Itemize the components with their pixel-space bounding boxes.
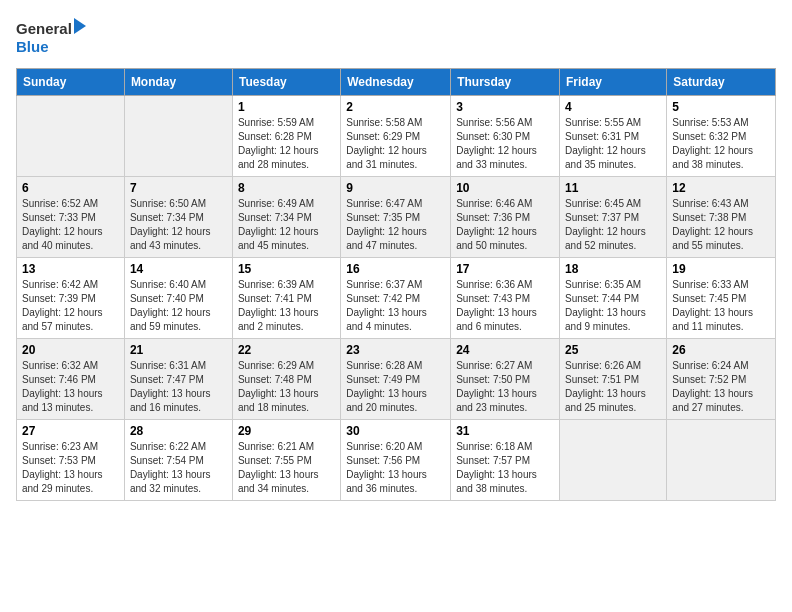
day-number: 29	[238, 424, 335, 438]
day-detail: Sunrise: 6:23 AMSunset: 7:53 PMDaylight:…	[22, 440, 119, 496]
calendar-week-row: 20Sunrise: 6:32 AMSunset: 7:46 PMDayligh…	[17, 339, 776, 420]
day-detail: Sunrise: 6:26 AMSunset: 7:51 PMDaylight:…	[565, 359, 661, 415]
day-number: 17	[456, 262, 554, 276]
day-number: 30	[346, 424, 445, 438]
calendar-cell: 25Sunrise: 6:26 AMSunset: 7:51 PMDayligh…	[560, 339, 667, 420]
day-detail: Sunrise: 6:35 AMSunset: 7:44 PMDaylight:…	[565, 278, 661, 334]
calendar-cell	[17, 96, 125, 177]
day-detail: Sunrise: 6:20 AMSunset: 7:56 PMDaylight:…	[346, 440, 445, 496]
calendar-cell: 22Sunrise: 6:29 AMSunset: 7:48 PMDayligh…	[232, 339, 340, 420]
day-number: 25	[565, 343, 661, 357]
day-number: 13	[22, 262, 119, 276]
svg-marker-1	[74, 18, 86, 34]
calendar-cell: 7Sunrise: 6:50 AMSunset: 7:34 PMDaylight…	[124, 177, 232, 258]
svg-text:General: General	[16, 20, 72, 37]
day-number: 24	[456, 343, 554, 357]
calendar-cell: 6Sunrise: 6:52 AMSunset: 7:33 PMDaylight…	[17, 177, 125, 258]
calendar-cell: 12Sunrise: 6:43 AMSunset: 7:38 PMDayligh…	[667, 177, 776, 258]
weekday-header: Wednesday	[341, 69, 451, 96]
calendar-table: SundayMondayTuesdayWednesdayThursdayFrid…	[16, 68, 776, 501]
day-detail: Sunrise: 6:24 AMSunset: 7:52 PMDaylight:…	[672, 359, 770, 415]
calendar-cell: 21Sunrise: 6:31 AMSunset: 7:47 PMDayligh…	[124, 339, 232, 420]
day-number: 2	[346, 100, 445, 114]
day-detail: Sunrise: 6:33 AMSunset: 7:45 PMDaylight:…	[672, 278, 770, 334]
weekday-header: Sunday	[17, 69, 125, 96]
day-number: 1	[238, 100, 335, 114]
weekday-header: Tuesday	[232, 69, 340, 96]
day-detail: Sunrise: 6:45 AMSunset: 7:37 PMDaylight:…	[565, 197, 661, 253]
day-detail: Sunrise: 6:28 AMSunset: 7:49 PMDaylight:…	[346, 359, 445, 415]
day-number: 7	[130, 181, 227, 195]
day-number: 5	[672, 100, 770, 114]
calendar-cell: 3Sunrise: 5:56 AMSunset: 6:30 PMDaylight…	[451, 96, 560, 177]
day-detail: Sunrise: 5:53 AMSunset: 6:32 PMDaylight:…	[672, 116, 770, 172]
day-detail: Sunrise: 6:27 AMSunset: 7:50 PMDaylight:…	[456, 359, 554, 415]
day-detail: Sunrise: 5:58 AMSunset: 6:29 PMDaylight:…	[346, 116, 445, 172]
calendar-week-row: 13Sunrise: 6:42 AMSunset: 7:39 PMDayligh…	[17, 258, 776, 339]
day-detail: Sunrise: 6:36 AMSunset: 7:43 PMDaylight:…	[456, 278, 554, 334]
day-detail: Sunrise: 6:52 AMSunset: 7:33 PMDaylight:…	[22, 197, 119, 253]
day-number: 28	[130, 424, 227, 438]
day-number: 27	[22, 424, 119, 438]
day-detail: Sunrise: 6:29 AMSunset: 7:48 PMDaylight:…	[238, 359, 335, 415]
calendar-cell: 26Sunrise: 6:24 AMSunset: 7:52 PMDayligh…	[667, 339, 776, 420]
day-number: 22	[238, 343, 335, 357]
calendar-cell	[667, 420, 776, 501]
day-number: 8	[238, 181, 335, 195]
day-number: 20	[22, 343, 119, 357]
calendar-cell: 17Sunrise: 6:36 AMSunset: 7:43 PMDayligh…	[451, 258, 560, 339]
calendar-cell: 11Sunrise: 6:45 AMSunset: 7:37 PMDayligh…	[560, 177, 667, 258]
day-number: 23	[346, 343, 445, 357]
day-detail: Sunrise: 6:50 AMSunset: 7:34 PMDaylight:…	[130, 197, 227, 253]
day-number: 11	[565, 181, 661, 195]
day-detail: Sunrise: 6:31 AMSunset: 7:47 PMDaylight:…	[130, 359, 227, 415]
calendar-cell: 30Sunrise: 6:20 AMSunset: 7:56 PMDayligh…	[341, 420, 451, 501]
weekday-header: Saturday	[667, 69, 776, 96]
day-number: 31	[456, 424, 554, 438]
day-detail: Sunrise: 6:43 AMSunset: 7:38 PMDaylight:…	[672, 197, 770, 253]
day-number: 15	[238, 262, 335, 276]
day-detail: Sunrise: 6:40 AMSunset: 7:40 PMDaylight:…	[130, 278, 227, 334]
logo: GeneralBlue	[16, 16, 86, 56]
day-number: 18	[565, 262, 661, 276]
day-detail: Sunrise: 6:49 AMSunset: 7:34 PMDaylight:…	[238, 197, 335, 253]
calendar-cell: 29Sunrise: 6:21 AMSunset: 7:55 PMDayligh…	[232, 420, 340, 501]
calendar-cell: 10Sunrise: 6:46 AMSunset: 7:36 PMDayligh…	[451, 177, 560, 258]
weekday-header: Monday	[124, 69, 232, 96]
calendar-cell: 20Sunrise: 6:32 AMSunset: 7:46 PMDayligh…	[17, 339, 125, 420]
calendar-cell: 31Sunrise: 6:18 AMSunset: 7:57 PMDayligh…	[451, 420, 560, 501]
day-detail: Sunrise: 6:46 AMSunset: 7:36 PMDaylight:…	[456, 197, 554, 253]
calendar-cell: 2Sunrise: 5:58 AMSunset: 6:29 PMDaylight…	[341, 96, 451, 177]
day-detail: Sunrise: 5:55 AMSunset: 6:31 PMDaylight:…	[565, 116, 661, 172]
day-detail: Sunrise: 6:32 AMSunset: 7:46 PMDaylight:…	[22, 359, 119, 415]
calendar-week-row: 27Sunrise: 6:23 AMSunset: 7:53 PMDayligh…	[17, 420, 776, 501]
day-number: 19	[672, 262, 770, 276]
calendar-cell: 27Sunrise: 6:23 AMSunset: 7:53 PMDayligh…	[17, 420, 125, 501]
calendar-cell: 9Sunrise: 6:47 AMSunset: 7:35 PMDaylight…	[341, 177, 451, 258]
calendar-cell: 23Sunrise: 6:28 AMSunset: 7:49 PMDayligh…	[341, 339, 451, 420]
day-number: 12	[672, 181, 770, 195]
calendar-cell: 5Sunrise: 5:53 AMSunset: 6:32 PMDaylight…	[667, 96, 776, 177]
day-number: 16	[346, 262, 445, 276]
day-number: 6	[22, 181, 119, 195]
day-number: 9	[346, 181, 445, 195]
day-number: 26	[672, 343, 770, 357]
day-detail: Sunrise: 5:56 AMSunset: 6:30 PMDaylight:…	[456, 116, 554, 172]
day-number: 4	[565, 100, 661, 114]
day-detail: Sunrise: 6:18 AMSunset: 7:57 PMDaylight:…	[456, 440, 554, 496]
day-number: 14	[130, 262, 227, 276]
weekday-header: Friday	[560, 69, 667, 96]
weekday-header-row: SundayMondayTuesdayWednesdayThursdayFrid…	[17, 69, 776, 96]
calendar-week-row: 1Sunrise: 5:59 AMSunset: 6:28 PMDaylight…	[17, 96, 776, 177]
day-detail: Sunrise: 6:47 AMSunset: 7:35 PMDaylight:…	[346, 197, 445, 253]
day-detail: Sunrise: 5:59 AMSunset: 6:28 PMDaylight:…	[238, 116, 335, 172]
calendar-cell: 14Sunrise: 6:40 AMSunset: 7:40 PMDayligh…	[124, 258, 232, 339]
day-number: 21	[130, 343, 227, 357]
calendar-cell	[560, 420, 667, 501]
calendar-cell: 16Sunrise: 6:37 AMSunset: 7:42 PMDayligh…	[341, 258, 451, 339]
weekday-header: Thursday	[451, 69, 560, 96]
day-number: 10	[456, 181, 554, 195]
calendar-cell: 1Sunrise: 5:59 AMSunset: 6:28 PMDaylight…	[232, 96, 340, 177]
day-detail: Sunrise: 6:21 AMSunset: 7:55 PMDaylight:…	[238, 440, 335, 496]
page-header: GeneralBlue	[16, 16, 776, 56]
